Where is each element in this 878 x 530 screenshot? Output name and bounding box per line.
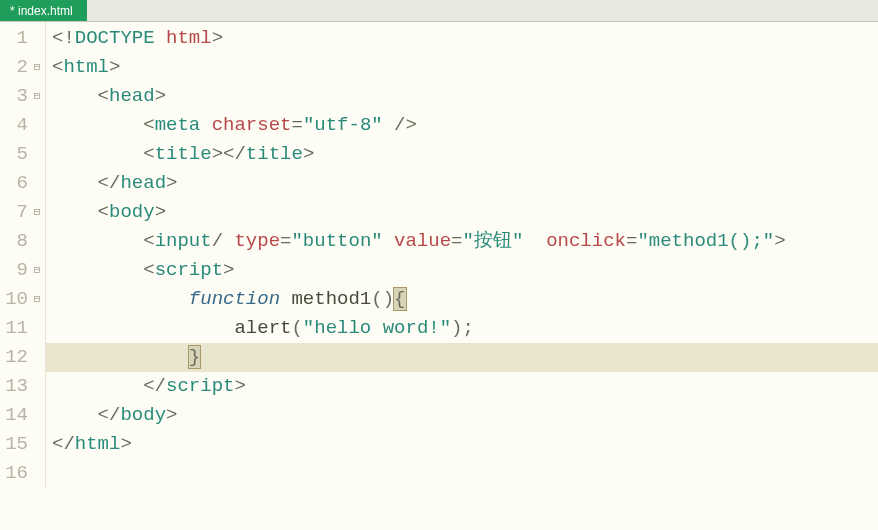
token-text: [523, 230, 546, 252]
token-punc: <: [98, 85, 109, 107]
code-area[interactable]: <!DOCTYPE html><html> <head> <meta chars…: [46, 22, 878, 488]
file-tab[interactable]: * index.html: [0, 0, 87, 21]
token-tag: head: [120, 172, 166, 194]
code-line[interactable]: </script>: [46, 372, 878, 401]
gutter-line: 15: [0, 430, 45, 459]
gutter-line: 7⊟: [0, 198, 45, 227]
code-line[interactable]: [46, 459, 878, 488]
fold-icon[interactable]: ⊟: [31, 256, 43, 285]
token-attr: charset: [212, 114, 292, 136]
code-line[interactable]: <html>: [46, 53, 878, 82]
gutter-line: 9⊟: [0, 256, 45, 285]
token-punc: <: [52, 56, 63, 78]
token-punc: />: [394, 114, 417, 136]
line-number: 6: [17, 169, 28, 198]
token-punc: </: [98, 172, 121, 194]
fold-icon[interactable]: ⊟: [31, 285, 43, 314]
line-gutter: 12⊟3⊟4567⊟89⊟10⊟111213141516: [0, 22, 46, 488]
line-number: 14: [5, 401, 28, 430]
line-number: 2: [17, 53, 28, 82]
token-text: [52, 172, 98, 194]
code-line[interactable]: <head>: [46, 82, 878, 111]
token-attr: type: [234, 230, 280, 252]
code-line[interactable]: }: [46, 343, 878, 372]
token-text: [223, 230, 234, 252]
token-attr: value: [394, 230, 451, 252]
line-number: 11: [5, 314, 28, 343]
token-attr: onclick: [546, 230, 626, 252]
fold-icon[interactable]: ⊟: [31, 198, 43, 227]
fold-icon[interactable]: ⊟: [31, 82, 43, 111]
gutter-line: 11: [0, 314, 45, 343]
gutter-line: 2⊟: [0, 53, 45, 82]
token-text: [52, 288, 189, 310]
token-punc: =: [626, 230, 637, 252]
token-text: [52, 114, 143, 136]
token-punc: </: [98, 404, 121, 426]
token-text: [52, 259, 143, 281]
token-punc: >: [155, 85, 166, 107]
token-text: [52, 143, 143, 165]
token-punc: >: [166, 404, 177, 426]
token-tag: body: [109, 201, 155, 223]
code-line[interactable]: <script>: [46, 256, 878, 285]
token-punc: <: [143, 114, 154, 136]
token-punc: );: [451, 317, 474, 339]
line-number: 7: [17, 198, 28, 227]
code-editor[interactable]: 12⊟3⊟4567⊟89⊟10⊟111213141516 <!DOCTYPE h…: [0, 22, 878, 488]
code-line[interactable]: <body>: [46, 198, 878, 227]
token-tag: meta: [155, 114, 201, 136]
gutter-line: 12: [0, 343, 45, 372]
token-tag: DOCTYPE: [75, 27, 155, 49]
line-number: 16: [5, 459, 28, 488]
token-tag: body: [120, 404, 166, 426]
code-line[interactable]: </html>: [46, 430, 878, 459]
line-number: 8: [17, 227, 28, 256]
token-str: "button": [291, 230, 382, 252]
code-line[interactable]: <input/ type="button" value="按钮" onclick…: [46, 227, 878, 256]
code-line[interactable]: alert("hello word!");: [46, 314, 878, 343]
code-line[interactable]: </body>: [46, 401, 878, 430]
token-brace: }: [189, 346, 200, 368]
token-kw: function: [189, 288, 280, 310]
line-number: 1: [17, 24, 28, 53]
token-punc: >: [166, 172, 177, 194]
gutter-line: 6: [0, 169, 45, 198]
token-punc: ></: [212, 143, 246, 165]
token-punc: >: [303, 143, 314, 165]
token-text: [52, 404, 98, 426]
token-tag: title: [246, 143, 303, 165]
token-tag: script: [155, 259, 223, 281]
code-line[interactable]: function method1(){: [46, 285, 878, 314]
code-line[interactable]: </head>: [46, 169, 878, 198]
token-text: [52, 85, 98, 107]
token-punc: >: [155, 201, 166, 223]
token-tag: script: [166, 375, 234, 397]
token-punc: <: [98, 201, 109, 223]
token-punc: <!: [52, 27, 75, 49]
code-line[interactable]: <!DOCTYPE html>: [46, 24, 878, 53]
token-punc: >: [234, 375, 245, 397]
token-text: [280, 288, 291, 310]
token-punc: >: [774, 230, 785, 252]
token-fn: alert: [234, 317, 291, 339]
fold-icon[interactable]: ⊟: [31, 53, 43, 82]
line-number: 15: [5, 430, 28, 459]
token-str: "hello word!": [303, 317, 451, 339]
line-number: 3: [17, 82, 28, 111]
token-punc: >: [223, 259, 234, 281]
gutter-line: 1: [0, 24, 45, 53]
token-str: "按钮": [463, 230, 524, 252]
line-number: 5: [17, 140, 28, 169]
line-number: 4: [17, 111, 28, 140]
gutter-line: 3⊟: [0, 82, 45, 111]
token-text: [383, 230, 394, 252]
token-str: "method1();": [637, 230, 774, 252]
gutter-line: 5: [0, 140, 45, 169]
gutter-line: 8: [0, 227, 45, 256]
token-text: [52, 317, 234, 339]
code-line[interactable]: <meta charset="utf-8" />: [46, 111, 878, 140]
token-punc: </: [143, 375, 166, 397]
code-line[interactable]: <title></title>: [46, 140, 878, 169]
token-fn: method1: [291, 288, 371, 310]
